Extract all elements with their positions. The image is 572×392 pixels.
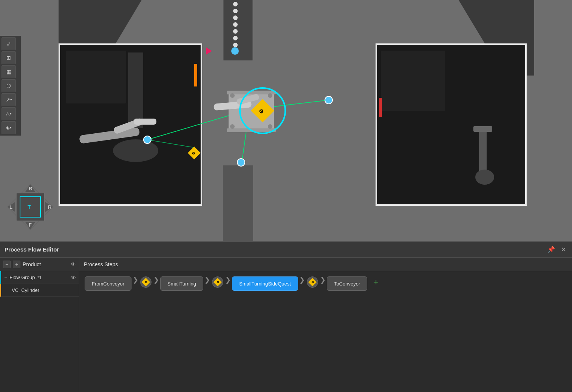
steps-empty-area [79,337,572,392]
chevron-6: ❯ [320,276,326,283]
conveyor-dots [233,2,238,54]
svg-rect-6 [134,119,156,125]
svg-text:⚙: ⚙ [259,108,264,114]
conveyor-bottom [223,165,253,241]
toolbar: ⤢ ⊞ ▦ ⬡ ↗▾ △▾ ◈▾ [0,36,21,136]
step-warning-1[interactable]: ⚙ [140,276,152,288]
step-small-turning[interactable]: SmallTurning [160,276,203,291]
svg-rect-11 [473,126,492,132]
flow-group-label: Flow Group #1 [9,275,68,280]
svg-rect-2 [128,52,143,128]
flow-group-eye[interactable]: 👁 [71,275,76,281]
chevron-1: ❯ [133,276,138,283]
cube-button[interactable]: ⬡ [2,79,16,92]
svg-text:⚙: ⚙ [192,151,195,155]
warning-diamond-3: ⚙ [308,278,317,287]
warning-diamond-text-2: ⚙ [216,281,219,284]
svg-rect-13 [379,98,382,117]
svg-text:B: B [29,186,32,191]
step-to-conveyor[interactable]: ToConveyor [327,276,367,291]
pfe-header: Process Flow Editor 📌 ✕ [0,242,572,258]
svg-rect-7 [194,64,197,86]
step-warning-2[interactable]: ⚙ [212,276,223,288]
pfe-title: Process Flow Editor [5,246,543,253]
expand-button[interactable]: ⤢ [2,37,16,50]
add-step-button[interactable]: + [370,276,382,288]
tree-minus-btn[interactable]: − [3,261,11,268]
step-from-conveyor[interactable]: FromConveyor [85,276,131,291]
steps-content: FromConveyor ❯ ⚙ ❯ SmallTurning ❯ [79,271,572,337]
svg-point-21 [230,93,235,98]
svg-rect-8 [381,51,445,111]
tree-item-row[interactable]: VC_Cylinder [0,284,79,297]
svg-point-22 [268,93,272,98]
tree-plus-btn[interactable]: + [13,261,20,268]
svg-point-12 [475,170,494,185]
pfe-body: − + Product 👁 − Flow Group #1 👁 VC_Cylin… [0,258,572,392]
tree-header: − + Product 👁 [0,258,79,271]
conveyor-dot [233,43,238,47]
steps-header-label: Process Steps [84,261,118,267]
svg-rect-0 [66,51,126,103]
svg-rect-10 [479,128,487,173]
product-eye-icon[interactable]: 👁 [71,261,76,267]
conveyor-dot [233,29,238,34]
svg-point-24 [268,124,272,129]
transform-button[interactable]: ↗▾ [2,93,16,106]
conn-dot-right[interactable] [325,96,333,104]
flow-group-minus: − [4,275,7,281]
small-warning-icon: ⚙ [188,147,201,159]
pfe-tree: − + Product 👁 − Flow Group #1 👁 VC_Cylin… [0,258,79,392]
viewport: ⚙ ⚙ ⤢ ⊞ ▦ ⬡ ↗▾ △▾ ◈▾ [0,0,572,241]
step-node-to-conveyor: ToConveyor [327,276,367,291]
chevron-5: ❯ [299,276,305,283]
orientation-button[interactable]: ◈▾ [2,121,16,134]
conveyor-dot [233,22,238,27]
step-node-small-turning: SmallTurning [160,276,203,291]
warning-diamond-text-1: ⚙ [144,281,147,284]
conn-dot-left[interactable] [143,136,152,144]
step-node-from-conveyor: FromConveyor [85,276,131,291]
warning-diamond-1: ⚙ [142,278,150,287]
conveyor-dot [233,9,238,13]
steps-header: Process Steps [79,258,572,271]
layers-button[interactable]: ▦ [2,65,16,78]
product-label: Product [23,261,68,267]
flow-group-row[interactable]: − Flow Group #1 👁 [0,271,79,284]
machine-right [376,43,527,206]
svg-text:T: T [28,204,31,210]
measure-button[interactable]: △▾ [2,107,16,120]
chevron-2: ❯ [153,276,159,283]
svg-text:L: L [9,204,12,210]
robot-center: ⚙ [210,70,293,153]
chevron-4: ❯ [225,276,231,283]
step-small-turning-side-quest[interactable]: SmallTurningSideQuest [232,276,298,291]
conn-dot-bottom[interactable] [237,158,245,167]
machine-left [59,43,202,206]
warning-diamond-text-3: ⚙ [311,281,314,284]
pfe-panel: Process Flow Editor 📌 ✕ − + Product 👁 − … [0,241,572,392]
step-node-side-quest: SmallTurningSideQuest [232,276,298,291]
conveyor-dot [233,2,238,6]
chevron-3: ❯ [204,276,210,283]
pin-icon[interactable]: 📌 [546,245,557,254]
svg-text:R: R [48,204,52,210]
svg-point-23 [230,124,235,129]
nav-cube[interactable]: B F L R T [6,182,55,231]
warning-diamond-2: ⚙ [213,278,222,287]
conveyor-dot [233,15,238,20]
svg-text:F: F [29,222,32,228]
svg-point-3 [113,139,158,162]
vc-cylinder-label: VC_Cylinder [12,287,39,293]
step-warning-3[interactable]: ⚙ [307,276,318,288]
close-icon[interactable]: ✕ [560,245,567,254]
pfe-steps: Process Steps FromConveyor ❯ ⚙ ❯ SmallTu… [79,258,572,392]
fit-button[interactable]: ⊞ [2,51,16,64]
play-arrow[interactable] [206,47,212,55]
conveyor-dot [233,36,238,40]
conveyor-dot-blue [231,47,239,55]
